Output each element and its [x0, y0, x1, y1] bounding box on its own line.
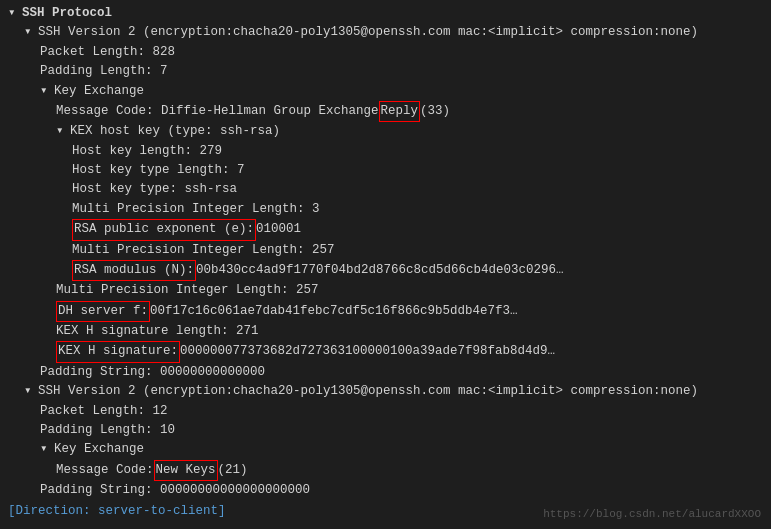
msg-code-1-text: Message Code: Diffie-Hellman Group Excha… [56, 102, 379, 121]
padding-len-2: Padding Length: 10 [40, 421, 175, 440]
rsa-exp-value: 010001 [256, 220, 301, 239]
mpi-len-2: Multi Precision Integer Length: 257 [72, 241, 335, 260]
mpi-len-3: Multi Precision Integer Length: 257 [56, 281, 319, 300]
ssh-v2-2-chevron[interactable]: ▾ [24, 382, 38, 401]
key-exchange-1-row[interactable]: ▾ Key Exchange [8, 82, 763, 101]
kex-h-sig-row: KEX H signature: 000000077373682d7273631… [8, 341, 763, 362]
ssh-v2-2-row[interactable]: ▾ SSH Version 2 (encryption:chacha20-pol… [8, 382, 763, 401]
host-key-type-len-row: Host key type length: 7 [8, 161, 763, 180]
reply-highlight: Reply [379, 101, 421, 122]
ssh-v2-1-row[interactable]: ▾ SSH Version 2 (encryption:chacha20-pol… [8, 23, 763, 42]
padding-str-2: Padding String: 00000000000000000000 [40, 481, 310, 500]
host-key-type-len: Host key type length: 7 [72, 161, 245, 180]
kex-h-sig-len: KEX H signature length: 271 [56, 322, 259, 341]
kex-host-key-row[interactable]: ▾ KEX host key (type: ssh-rsa) [8, 122, 763, 141]
msg-code-1-row: Message Code: Diffie-Hellman Group Excha… [8, 101, 763, 122]
direction-label: [Direction: server-to-client] [8, 502, 226, 521]
root-chevron[interactable]: ▾ [8, 4, 22, 23]
rsa-exp-row: RSA public exponent (e): 010001 [8, 219, 763, 240]
host-key-len: Host key length: 279 [72, 142, 222, 161]
rsa-exp-label: RSA public exponent (e): [72, 219, 256, 240]
new-keys-highlight: New Keys [154, 460, 218, 481]
msg-code-2-row: Message Code: New Keys (21) [8, 460, 763, 481]
packet-len-2: Packet Length: 12 [40, 402, 168, 421]
ssh-protocol-tree: ▾ SSH Protocol ▾ SSH Version 2 (encrypti… [8, 4, 763, 522]
padding-str-1: Padding String: 00000000000000 [40, 363, 265, 382]
dh-server-f-value: 00f17c16c061ae7dab41febc7cdf5c16f866c9b5… [150, 302, 518, 321]
rsa-mod-label: RSA modulus (N): [72, 260, 196, 281]
kex-h-sig-label: KEX H signature: [56, 341, 180, 362]
rsa-mod-value: 00b430cc4ad9f1770f04bd2d8766c8cd5d66cb4d… [196, 261, 564, 280]
mpi-len-3-row: Multi Precision Integer Length: 257 [8, 281, 763, 300]
rsa-mod-row: RSA modulus (N): 00b430cc4ad9f1770f04bd2… [8, 260, 763, 281]
msg-code-1-after: (33) [420, 102, 450, 121]
ssh-v2-1-chevron[interactable]: ▾ [24, 23, 38, 42]
padding-len-1-row: Padding Length: 7 [8, 62, 763, 81]
msg-code-2-text: Message Code: [56, 461, 154, 480]
host-key-len-row: Host key length: 279 [8, 142, 763, 161]
key-exchange-2-row[interactable]: ▾ Key Exchange [8, 440, 763, 459]
padding-str-2-row: Padding String: 00000000000000000000 [8, 481, 763, 500]
root-node: ▾ SSH Protocol [8, 4, 763, 23]
kex-host-key-chevron[interactable]: ▾ [56, 122, 70, 141]
mpi-len-2-row: Multi Precision Integer Length: 257 [8, 241, 763, 260]
dh-server-f-row: DH server f: 00f17c16c061ae7dab41febc7cd… [8, 301, 763, 322]
padding-len-2-row: Padding Length: 10 [8, 421, 763, 440]
key-exchange-1-chevron[interactable]: ▾ [40, 82, 54, 101]
watermark: https://blog.csdn.net/alucardXXOO [543, 506, 761, 523]
packet-len-2-row: Packet Length: 12 [8, 402, 763, 421]
kex-h-sig-len-row: KEX H signature length: 271 [8, 322, 763, 341]
host-key-type: Host key type: ssh-rsa [72, 180, 237, 199]
ssh-v2-2-label: SSH Version 2 (encryption:chacha20-poly1… [38, 382, 698, 401]
padding-len-1: Padding Length: 7 [40, 62, 168, 81]
packet-len-1: Packet Length: 828 [40, 43, 175, 62]
ssh-v2-1-label: SSH Version 2 (encryption:chacha20-poly1… [38, 23, 698, 42]
dh-server-f-label: DH server f: [56, 301, 150, 322]
kex-host-key-label: KEX host key (type: ssh-rsa) [70, 122, 280, 141]
root-label: SSH Protocol [22, 4, 112, 23]
key-exchange-1-label: Key Exchange [54, 82, 144, 101]
key-exchange-2-label: Key Exchange [54, 440, 144, 459]
padding-str-1-row: Padding String: 00000000000000 [8, 363, 763, 382]
host-key-type-row: Host key type: ssh-rsa [8, 180, 763, 199]
key-exchange-2-chevron[interactable]: ▾ [40, 440, 54, 459]
mpi-len-1-row: Multi Precision Integer Length: 3 [8, 200, 763, 219]
kex-h-sig-value: 000000077373682d727363100000100a39ade7f9… [180, 342, 555, 361]
packet-len-1-row: Packet Length: 828 [8, 43, 763, 62]
mpi-len-1: Multi Precision Integer Length: 3 [72, 200, 320, 219]
msg-code-2-after: (21) [218, 461, 248, 480]
